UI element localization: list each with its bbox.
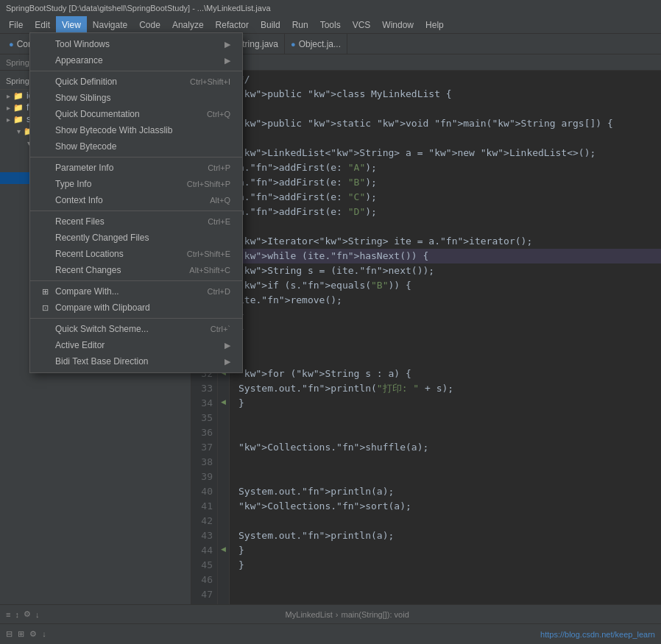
code-line: a."fn">addFirst(e: "C"); — [238, 190, 661, 205]
gutter-line — [218, 586, 229, 601]
folder-arrow-icon: ▸ — [3, 92, 13, 100]
dropdown-item-label: Appearance — [55, 55, 225, 66]
code-line: ite."fn">remove(); — [238, 293, 661, 308]
line-number: 39 — [191, 470, 213, 484]
code-line — [238, 587, 661, 602]
title-text: SpringBootStudy [D:\data\gitshell\Spring… — [6, 4, 271, 13]
menu-item-edit[interactable]: Edit — [29, 16, 56, 34]
menu-item-help[interactable]: Help — [420, 16, 450, 34]
dropdown-item-shortcut: Ctrl+E — [208, 217, 230, 226]
code-line: } — [238, 322, 661, 337]
method-name: main(String[]): void — [341, 610, 409, 619]
dropdown-item-context-info[interactable]: Context InfoAlt+Q — [30, 192, 242, 208]
title-bar: SpringBootStudy [D:\data\gitshell\Spring… — [0, 0, 661, 16]
code-line: a."fn">addFirst(e: "A"); — [238, 160, 661, 175]
menu-item-file[interactable]: File — [3, 16, 29, 34]
line-number: 34 — [191, 396, 213, 411]
dropdown-item-recent-changes[interactable]: Recent ChangesAlt+Shift+C — [30, 262, 242, 278]
dropdown-item-label: Recent Changes — [55, 265, 174, 275]
line-number: 41 — [191, 499, 213, 514]
menu-item-code[interactable]: Code — [133, 16, 166, 34]
dropdown-item-type-info[interactable]: Type InfoCtrl+Shift+P — [30, 176, 242, 192]
dropdown-item-label: Active Editor — [55, 340, 225, 350]
dropdown-item-label: Quick Documentation — [55, 109, 192, 119]
status-icon-3[interactable]: ⚙ — [29, 629, 37, 638]
dropdown-item-active-editor[interactable]: Active Editor▶ — [30, 337, 242, 353]
code-line — [238, 219, 661, 234]
line-number: 42 — [191, 514, 213, 528]
dropdown-item-quick-documentation[interactable]: Quick DocumentationCtrl+Q — [30, 106, 242, 122]
dropdown-item-show-bytecode[interactable]: Show Bytecode — [30, 138, 242, 155]
dropdown-item-recently-changed-files[interactable]: Recently Changed Files — [30, 230, 242, 246]
menu-item-refactor[interactable]: Refactor — [210, 16, 255, 34]
menu-item-tools[interactable]: Tools — [314, 16, 347, 34]
status-left: ⊟ ⊞ ⚙ ↓ — [6, 629, 46, 639]
code-line — [238, 470, 661, 484]
code-line: } — [238, 543, 661, 558]
gutter-line — [218, 498, 229, 512]
menu-item-run[interactable]: Run — [286, 16, 314, 34]
dropdown-item-label: Show Siblings — [55, 93, 230, 103]
code-line: } — [238, 558, 661, 573]
dropdown-item-quick-definition[interactable]: Quick DefinitionCtrl+Shift+I — [30, 74, 242, 90]
menu-item-view[interactable]: View — [56, 16, 87, 34]
dropdown-item-tool-windows[interactable]: Tool Windows▶ — [30, 36, 242, 52]
dropdown-item-compare-clipboard[interactable]: ⊡Compare with Clipboard — [30, 300, 242, 316]
dropdown-item-recent-locations[interactable]: Recent LocationsCtrl+Shift+E — [30, 246, 242, 262]
folder-arrow-icon: ▾ — [13, 127, 24, 135]
bottom-icon-4[interactable]: ↓ — [35, 610, 40, 619]
dropdown-item-label: Context Info — [55, 195, 195, 205]
dropdown-item-label: Show Bytecode With Jclasslib — [55, 125, 230, 135]
status-icon-1[interactable]: ⊟ — [6, 629, 13, 638]
dropdown-item-shortcut: Ctrl+D — [208, 287, 230, 296]
menu-item-analyze[interactable]: Analyze — [166, 16, 210, 34]
status-bar: ⊟ ⊞ ⚙ ↓ https://blog.csdn.net/keep_learn — [0, 623, 661, 644]
gutter-line — [218, 556, 229, 571]
dropdown-separator — [30, 280, 242, 281]
dropdown-item-shortcut: Ctrl+Shift+P — [187, 180, 230, 188]
gutter-line — [218, 512, 229, 527]
gutter-line — [218, 409, 229, 424]
code-line — [238, 411, 661, 425]
code-line: System.out."fn">println(a); — [238, 484, 661, 499]
code-line — [238, 337, 661, 352]
code-line: } — [238, 396, 661, 411]
gutter-line — [218, 468, 229, 483]
bottom-icon-3[interactable]: ⚙ — [24, 609, 31, 619]
dropdown-item-parameter-info[interactable]: Parameter InfoCtrl+P — [30, 160, 242, 176]
dropdown-item-quick-switch[interactable]: Quick Switch Scheme...Ctrl+` — [30, 321, 242, 337]
code-line: a."fn">addFirst(e: "B"); — [238, 175, 661, 190]
dropdown-item-show-siblings[interactable]: Show Siblings — [30, 90, 242, 106]
line-number: 43 — [191, 528, 213, 543]
menu-item-navigate[interactable]: Navigate — [87, 16, 133, 34]
gutter-arrow-icon: ◀ — [221, 398, 226, 406]
dropdown-item-appearance[interactable]: Appearance▶ — [30, 52, 242, 68]
code-line — [238, 102, 661, 116]
dropdown-item-shortcut: Alt+Shift+C — [189, 266, 230, 275]
tab-Object-ja---[interactable]: ●Object.ja... — [285, 34, 347, 54]
dropdown-item-bidi-text[interactable]: Bidi Text Base Direction▶ — [30, 353, 242, 369]
line-number: 35 — [191, 411, 213, 425]
line-number: 40 — [191, 484, 213, 499]
bottom-icon-2[interactable]: ↕ — [15, 610, 19, 619]
code-line: "kw">if (s."fn">equals("B")) { — [238, 278, 661, 293]
menu-item-build[interactable]: Build — [255, 16, 286, 34]
menu-item-vcs[interactable]: VCS — [347, 16, 377, 34]
code-line: "kw">LinkedList<"kw">String> a = "kw">ne… — [238, 146, 661, 160]
status-icon-4[interactable]: ↓ — [42, 629, 46, 638]
menu-item-window[interactable]: Window — [376, 16, 420, 34]
dropdown-item-label: Recent Locations — [55, 249, 172, 259]
status-icon-2[interactable]: ⊞ — [18, 629, 24, 638]
bottom-left: ≡ ↕ ⚙ ↓ — [6, 609, 39, 619]
bottom-center: MyLinkedList › main(String[]): void — [286, 610, 409, 619]
code-line: System.out."fn">println("打印: " + s); — [238, 381, 661, 396]
dropdown-item-recent-files[interactable]: Recent FilesCtrl+E — [30, 213, 242, 230]
gutter-line — [218, 527, 229, 542]
line-number: 38 — [191, 455, 213, 470]
code-area[interactable]: */ "kw">public "kw">class MyLinkedList {… — [230, 71, 661, 604]
dropdown-item-compare-with[interactable]: ⊞Compare With...Ctrl+D — [30, 283, 242, 300]
gutter-arrow-icon: ◀ — [221, 545, 226, 553]
line-number: 36 — [191, 425, 213, 440]
dropdown-item-show-bytecode-jclasslib[interactable]: Show Bytecode With Jclasslib — [30, 122, 242, 138]
bottom-icon-1[interactable]: ≡ — [6, 610, 10, 619]
